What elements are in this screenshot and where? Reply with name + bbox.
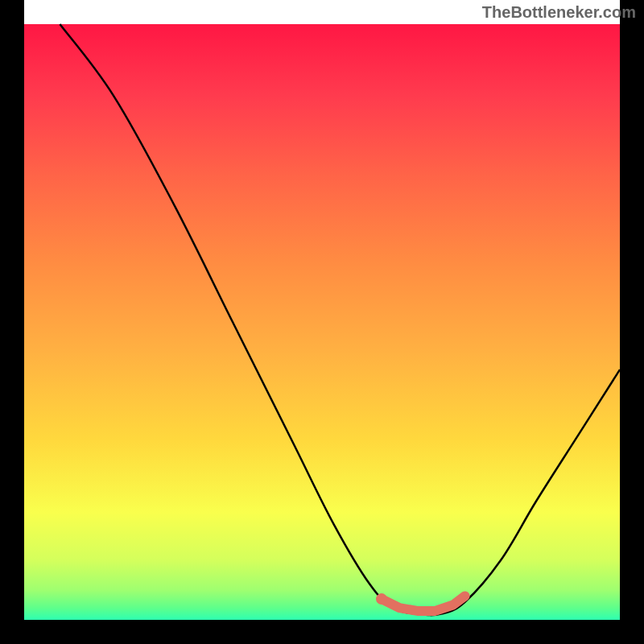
frame-right [620,0,644,644]
bottleneck-chart [0,0,644,644]
frame-left [0,0,24,644]
attribution-text: TheBottleneker.com [482,3,636,22]
optimal-start-dot [376,593,387,605]
chart-container: TheBottleneker.com [0,0,644,644]
plot-background [24,24,620,620]
frame-bottom [0,620,644,644]
